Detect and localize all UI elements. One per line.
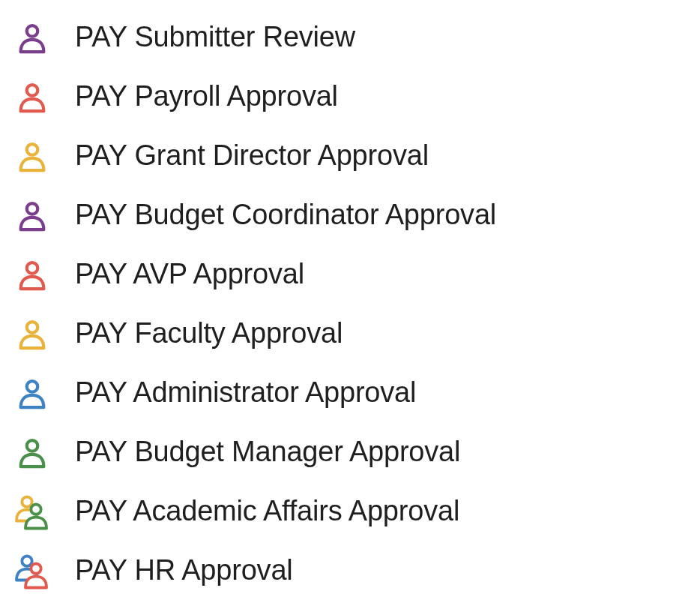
svg-point-2 <box>26 144 37 155</box>
person-icon <box>11 16 52 58</box>
approval-item[interactable]: PAY Faculty Approval <box>11 304 689 363</box>
approval-item-label: PAY Budget Manager Approval <box>75 436 460 468</box>
svg-point-3 <box>26 203 37 214</box>
approval-item[interactable]: PAY Grant Director Approval <box>11 126 689 185</box>
approval-item[interactable]: PAY Budget Manager Approval <box>11 422 689 482</box>
person-icon <box>11 194 52 236</box>
svg-point-6 <box>26 381 37 392</box>
approval-item[interactable]: PAY Payroll Approval <box>11 67 689 126</box>
approval-list: PAY Submitter ReviewPAY Payroll Approval… <box>11 8 689 600</box>
approval-item[interactable]: PAY HR Approval <box>11 541 689 600</box>
person-icon <box>11 254 52 295</box>
approval-item[interactable]: PAY Administrator Approval <box>11 363 689 422</box>
approval-item-label: PAY Faculty Approval <box>75 317 343 350</box>
svg-point-1 <box>26 85 37 96</box>
approval-item[interactable]: PAY AVP Approval <box>11 244 689 304</box>
approval-item[interactable]: PAY Budget Coordinator Approval <box>11 185 689 244</box>
person-icon <box>11 76 52 117</box>
svg-point-11 <box>31 563 40 573</box>
approval-item-label: PAY HR Approval <box>75 554 293 586</box>
approval-item[interactable]: PAY Academic Affairs Approval <box>11 482 689 541</box>
svg-point-7 <box>26 440 37 452</box>
approval-item-label: PAY Grant Director Approval <box>75 140 429 172</box>
person-icon <box>11 372 52 413</box>
svg-point-4 <box>26 262 37 274</box>
approval-item-label: PAY AVP Approval <box>75 258 304 290</box>
approval-item-label: PAY Submitter Review <box>75 21 355 53</box>
people-icon <box>11 490 52 532</box>
approval-item-label: PAY Budget Coordinator Approval <box>75 199 496 231</box>
approval-item[interactable]: PAY Submitter Review <box>11 8 689 67</box>
person-icon <box>11 431 52 472</box>
approval-item-label: PAY Academic Affairs Approval <box>75 495 459 527</box>
svg-point-5 <box>26 322 37 333</box>
approval-item-label: PAY Administrator Approval <box>75 376 416 409</box>
svg-point-0 <box>26 26 37 37</box>
svg-point-9 <box>31 504 40 514</box>
person-icon <box>11 135 52 176</box>
person-icon <box>11 313 52 354</box>
approval-item-label: PAY Payroll Approval <box>75 80 338 112</box>
people-icon <box>11 550 52 591</box>
